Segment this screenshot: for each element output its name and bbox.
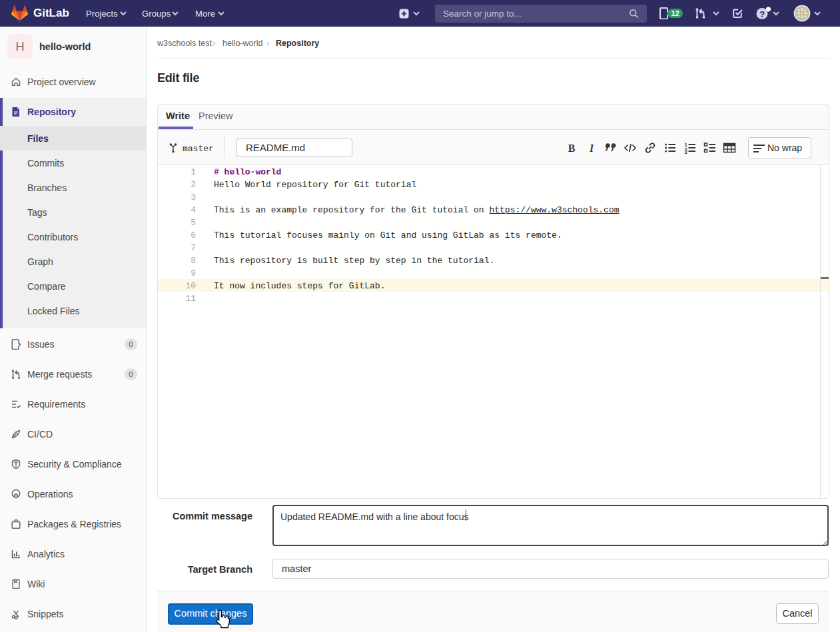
- svg-text:?: ?: [759, 9, 765, 19]
- svg-text:B: B: [568, 143, 576, 154]
- svg-text:3: 3: [685, 149, 687, 155]
- svg-text:I: I: [589, 143, 594, 154]
